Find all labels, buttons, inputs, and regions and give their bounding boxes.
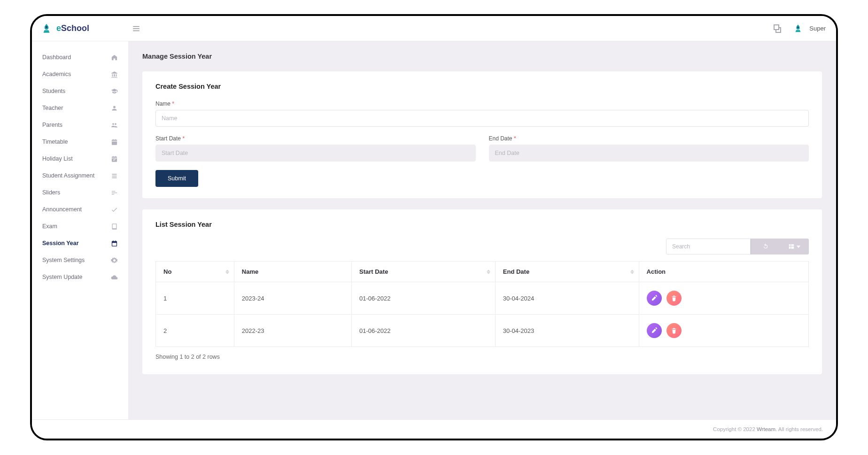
brand[interactable]: eSchool [40,23,130,35]
sidebar-item-dashboard[interactable]: Dashboard [32,49,128,66]
cell-end: 30-04-2024 [495,282,639,315]
brand-text: eSchool [56,23,89,33]
sidebar-item-system-update[interactable]: System Update [32,269,128,285]
columns-button[interactable] [780,239,809,254]
trash-icon [671,295,677,301]
translate-icon [772,23,783,34]
book-icon [110,223,118,230]
cell-start: 01-06-2022 [351,315,495,347]
sliders-icon [110,189,118,196]
avatar-icon [791,22,805,35]
institution-icon [110,70,118,78]
sidebar-item-academics[interactable]: Academics [32,66,128,83]
sidebar-item-label: Exam [42,223,57,230]
name-input[interactable] [155,110,809,127]
cell-name: 2022-23 [234,315,351,347]
list-icon [110,172,118,179]
refresh-button[interactable] [751,239,780,254]
home-icon [110,54,118,61]
col-start[interactable]: Start Date [351,262,495,282]
col-action: Action [639,262,808,282]
cell-no: 1 [156,282,234,315]
trash-icon [671,327,677,334]
start-date-label: Start Date * [155,135,476,142]
sidebar-item-label: Dashboard [42,54,71,61]
sidebar-item-label: System Update [42,274,82,280]
submit-button[interactable]: Submit [155,170,198,187]
brand-logo-icon [40,23,53,35]
sidebar-item-label: Academics [42,71,71,77]
cell-end: 30-04-2023 [495,315,639,347]
calendar-check-icon [110,155,118,162]
user-name: Super [809,25,826,32]
sidebar-item-timetable[interactable]: Timetable [32,133,128,150]
footer: Copyright © 2022 Wrteam. All rights rese… [32,419,836,439]
sidebar-item-label: Students [42,88,65,94]
sidebar-item-label: Parents [42,122,62,128]
graduation-icon [110,87,118,95]
refresh-icon [762,243,769,250]
users-icon [110,121,118,129]
check-icon [110,206,118,213]
start-date-input[interactable] [155,145,476,162]
cell-action [639,315,808,347]
session-year-table: No Name Start Date End Date Action 12023… [155,261,809,347]
name-label: Name * [155,100,809,107]
sidebar-item-announcement[interactable]: Announcement [32,201,128,218]
edit-button[interactable] [647,291,662,306]
cell-start: 01-06-2022 [351,282,495,315]
user-icon [110,104,118,112]
list-session-year-card: List Session Year No Name Start Date End… [142,209,822,374]
gear-icon [110,256,118,264]
end-date-label: End Date * [489,135,809,142]
page-title: Manage Session Year [142,53,822,60]
end-date-input[interactable] [489,145,809,162]
col-name[interactable]: Name [234,262,351,282]
sidebar-item-label: Student Assignment [42,172,94,179]
calendar-icon [110,138,118,146]
sidebar-item-label: Timetable [42,139,68,145]
create-session-year-card: Create Session Year Name * Start Date * … [142,71,822,198]
sidebar-item-student-assignment[interactable]: Student Assignment [32,167,128,184]
edit-icon [651,327,658,334]
sidebar-item-label: Holiday List [42,155,73,162]
calendar-bold-icon [110,239,118,247]
table-row: 22022-2301-06-202230-04-2023 [156,315,809,347]
sidebar-item-system-settings[interactable]: System Settings [32,252,128,269]
sidebar-item-holiday-list[interactable]: Holiday List [32,150,128,167]
sidebar-item-session-year[interactable]: Session Year [32,235,128,252]
menu-toggle[interactable] [130,22,143,35]
cell-no: 2 [156,315,234,347]
sidebar-item-students[interactable]: Students [32,83,128,100]
sidebar-item-parents[interactable]: Parents [32,116,128,133]
sidebar-item-label: System Settings [42,257,85,263]
sidebar-item-sliders[interactable]: Sliders [32,184,128,201]
list-card-title: List Session Year [155,221,809,228]
sidebar-item-label: Sliders [42,189,60,196]
sidebar: DashboardAcademicsStudentsTeacherParents… [32,41,128,419]
cell-action [639,282,808,315]
col-end[interactable]: End Date [495,262,639,282]
user-menu[interactable]: Super [791,22,826,35]
sidebar-item-label: Announcement [42,206,82,213]
create-card-title: Create Session Year [155,83,809,90]
language-button[interactable] [772,23,783,34]
cell-name: 2023-24 [234,282,351,315]
sidebar-item-label: Session Year [42,240,79,247]
sidebar-item-teacher[interactable]: Teacher [32,100,128,116]
columns-icon [788,243,795,250]
sidebar-item-exam[interactable]: Exam [32,218,128,235]
col-no[interactable]: No [156,262,234,282]
sidebar-item-label: Teacher [42,105,63,111]
delete-button[interactable] [666,291,682,306]
delete-button[interactable] [666,323,682,338]
bars-icon [132,24,140,33]
edit-button[interactable] [647,323,662,338]
table-info: Showing 1 to 2 of 2 rows [155,354,809,360]
chevron-down-icon [797,246,800,248]
edit-icon [651,295,658,301]
table-row: 12023-2401-06-202230-04-2024 [156,282,809,315]
search-input[interactable] [666,239,751,254]
cloud-icon [110,273,118,281]
